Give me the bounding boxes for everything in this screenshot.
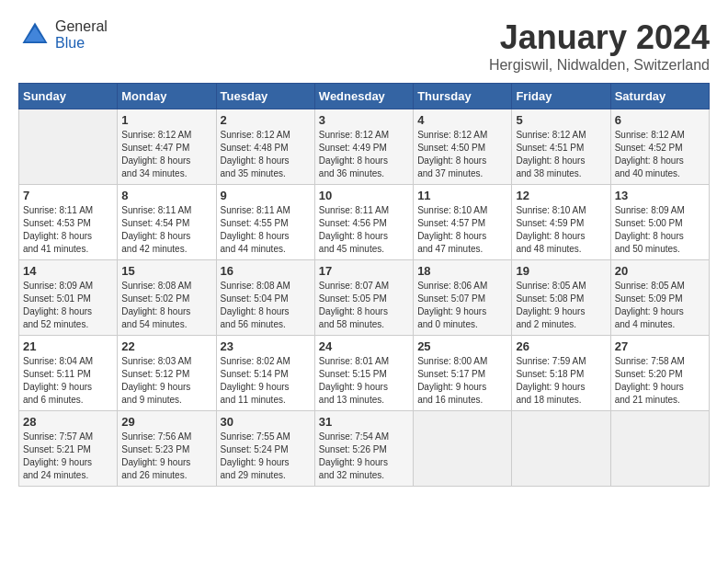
day-info: Sunrise: 8:11 AM Sunset: 4:55 PM Dayligh… — [221, 204, 311, 256]
day-number: 30 — [221, 415, 311, 429]
day-number: 25 — [417, 339, 507, 353]
calendar-cell: 23Sunrise: 8:02 AM Sunset: 5:14 PM Dayli… — [216, 336, 314, 411]
calendar-cell: 17Sunrise: 8:07 AM Sunset: 5:05 PM Dayli… — [314, 260, 413, 336]
day-number: 1 — [121, 113, 211, 127]
day-number: 3 — [319, 113, 409, 127]
header-row: SundayMondayTuesdayWednesdayThursdayFrid… — [19, 84, 710, 109]
calendar-week-row: 21Sunrise: 8:04 AM Sunset: 5:11 PM Dayli… — [19, 336, 710, 411]
logo-blue-text: Blue — [55, 35, 85, 51]
day-info: Sunrise: 7:55 AM Sunset: 5:24 PM Dayligh… — [221, 431, 311, 482]
day-info: Sunrise: 8:10 AM Sunset: 4:57 PM Dayligh… — [417, 204, 507, 256]
day-info: Sunrise: 8:12 AM Sunset: 4:51 PM Dayligh… — [516, 129, 606, 180]
location-text: Hergiswil, Nidwalden, Switzerland — [489, 57, 710, 74]
day-info: Sunrise: 8:08 AM Sunset: 5:02 PM Dayligh… — [121, 280, 211, 331]
calendar-week-row: 14Sunrise: 8:09 AM Sunset: 5:01 PM Dayli… — [19, 260, 710, 336]
calendar-cell: 15Sunrise: 8:08 AM Sunset: 5:02 PM Dayli… — [118, 260, 216, 336]
day-number: 27 — [615, 339, 705, 353]
day-info: Sunrise: 8:12 AM Sunset: 4:47 PM Dayligh… — [121, 129, 211, 180]
day-info: Sunrise: 8:03 AM Sunset: 5:12 PM Dayligh… — [121, 355, 211, 407]
calendar-cell — [610, 411, 709, 487]
day-info: Sunrise: 8:01 AM Sunset: 5:15 PM Dayligh… — [319, 355, 409, 407]
day-number: 11 — [417, 189, 507, 202]
calendar-cell: 30Sunrise: 7:55 AM Sunset: 5:24 PM Dayli… — [216, 411, 314, 487]
page-header: General Blue January 2024 Hergiswil, Nid… — [18, 18, 710, 74]
month-title: January 2024 — [489, 18, 710, 57]
calendar-cell: 7Sunrise: 8:11 AM Sunset: 4:53 PM Daylig… — [19, 185, 118, 260]
day-info: Sunrise: 7:54 AM Sunset: 5:26 PM Dayligh… — [319, 431, 409, 482]
calendar-cell: 29Sunrise: 7:56 AM Sunset: 5:23 PM Dayli… — [118, 411, 216, 487]
day-info: Sunrise: 8:10 AM Sunset: 4:59 PM Dayligh… — [516, 204, 606, 256]
day-number: 7 — [23, 189, 113, 202]
day-info: Sunrise: 8:05 AM Sunset: 5:08 PM Dayligh… — [516, 280, 606, 331]
day-info: Sunrise: 8:05 AM Sunset: 5:09 PM Dayligh… — [615, 280, 705, 331]
day-of-week-header: Friday — [512, 84, 610, 109]
day-number: 24 — [319, 339, 409, 353]
day-of-week-header: Tuesday — [216, 84, 314, 109]
day-info: Sunrise: 8:04 AM Sunset: 5:11 PM Dayligh… — [23, 355, 113, 407]
calendar-cell: 25Sunrise: 8:00 AM Sunset: 5:17 PM Dayli… — [414, 336, 512, 411]
day-number: 26 — [516, 339, 606, 353]
day-of-week-header: Saturday — [610, 84, 709, 109]
day-number: 8 — [121, 189, 211, 202]
calendar-cell: 13Sunrise: 8:09 AM Sunset: 5:00 PM Dayli… — [610, 185, 709, 260]
calendar-cell: 26Sunrise: 7:59 AM Sunset: 5:18 PM Dayli… — [512, 336, 610, 411]
calendar-cell: 18Sunrise: 8:06 AM Sunset: 5:07 PM Dayli… — [414, 260, 512, 336]
calendar-body: 1Sunrise: 8:12 AM Sunset: 4:47 PM Daylig… — [19, 109, 710, 487]
day-info: Sunrise: 8:12 AM Sunset: 4:48 PM Dayligh… — [221, 129, 311, 180]
calendar-cell: 14Sunrise: 8:09 AM Sunset: 5:01 PM Dayli… — [19, 260, 118, 336]
day-number: 28 — [23, 415, 113, 429]
calendar-cell — [19, 109, 118, 185]
day-info: Sunrise: 8:11 AM Sunset: 4:54 PM Dayligh… — [121, 204, 211, 256]
calendar-cell: 9Sunrise: 8:11 AM Sunset: 4:55 PM Daylig… — [216, 185, 314, 260]
calendar-cell: 27Sunrise: 7:58 AM Sunset: 5:20 PM Dayli… — [610, 336, 709, 411]
day-info: Sunrise: 8:12 AM Sunset: 4:52 PM Dayligh… — [615, 129, 705, 180]
day-of-week-header: Sunday — [19, 84, 118, 109]
logo-icon — [18, 18, 51, 52]
calendar-cell: 3Sunrise: 8:12 AM Sunset: 4:49 PM Daylig… — [314, 109, 413, 185]
day-info: Sunrise: 8:07 AM Sunset: 5:05 PM Dayligh… — [319, 280, 409, 331]
calendar-cell: 31Sunrise: 7:54 AM Sunset: 5:26 PM Dayli… — [314, 411, 413, 487]
day-number: 31 — [319, 415, 409, 429]
day-number: 22 — [121, 339, 211, 353]
calendar-cell — [512, 411, 610, 487]
day-number: 19 — [516, 264, 606, 278]
calendar-cell — [414, 411, 512, 487]
day-number: 13 — [615, 189, 705, 202]
calendar-cell: 21Sunrise: 8:04 AM Sunset: 5:11 PM Dayli… — [19, 336, 118, 411]
calendar-cell: 4Sunrise: 8:12 AM Sunset: 4:50 PM Daylig… — [414, 109, 512, 185]
calendar-cell: 10Sunrise: 8:11 AM Sunset: 4:56 PM Dayli… — [314, 185, 413, 260]
day-info: Sunrise: 7:59 AM Sunset: 5:18 PM Dayligh… — [516, 355, 606, 407]
logo-general-text: General — [55, 18, 108, 34]
calendar-cell: 28Sunrise: 7:57 AM Sunset: 5:21 PM Dayli… — [19, 411, 118, 487]
day-number: 14 — [23, 264, 113, 278]
day-of-week-header: Thursday — [414, 84, 512, 109]
calendar-cell: 2Sunrise: 8:12 AM Sunset: 4:48 PM Daylig… — [216, 109, 314, 185]
day-number: 6 — [615, 113, 705, 127]
day-info: Sunrise: 8:09 AM Sunset: 5:00 PM Dayligh… — [615, 204, 705, 256]
day-info: Sunrise: 8:11 AM Sunset: 4:56 PM Dayligh… — [319, 204, 409, 256]
calendar-cell: 20Sunrise: 8:05 AM Sunset: 5:09 PM Dayli… — [610, 260, 709, 336]
calendar-week-row: 7Sunrise: 8:11 AM Sunset: 4:53 PM Daylig… — [19, 185, 710, 260]
calendar-week-row: 1Sunrise: 8:12 AM Sunset: 4:47 PM Daylig… — [19, 109, 710, 185]
day-number: 4 — [417, 113, 507, 127]
day-number: 5 — [516, 113, 606, 127]
day-info: Sunrise: 7:58 AM Sunset: 5:20 PM Dayligh… — [615, 355, 705, 407]
calendar-week-row: 28Sunrise: 7:57 AM Sunset: 5:21 PM Dayli… — [19, 411, 710, 487]
day-info: Sunrise: 8:09 AM Sunset: 5:01 PM Dayligh… — [23, 280, 113, 331]
day-number: 16 — [221, 264, 311, 278]
calendar-cell: 1Sunrise: 8:12 AM Sunset: 4:47 PM Daylig… — [118, 109, 216, 185]
day-number: 23 — [221, 339, 311, 353]
day-of-week-header: Wednesday — [314, 84, 413, 109]
calendar-cell: 12Sunrise: 8:10 AM Sunset: 4:59 PM Dayli… — [512, 185, 610, 260]
day-info: Sunrise: 8:08 AM Sunset: 5:04 PM Dayligh… — [221, 280, 311, 331]
day-number: 18 — [417, 264, 507, 278]
calendar-cell: 16Sunrise: 8:08 AM Sunset: 5:04 PM Dayli… — [216, 260, 314, 336]
day-info: Sunrise: 8:12 AM Sunset: 4:50 PM Dayligh… — [417, 129, 507, 180]
day-number: 12 — [516, 189, 606, 202]
day-number: 20 — [615, 264, 705, 278]
day-number: 15 — [121, 264, 211, 278]
calendar-cell: 5Sunrise: 8:12 AM Sunset: 4:51 PM Daylig… — [512, 109, 610, 185]
day-info: Sunrise: 8:12 AM Sunset: 4:49 PM Dayligh… — [319, 129, 409, 180]
day-number: 21 — [23, 339, 113, 353]
day-info: Sunrise: 8:00 AM Sunset: 5:17 PM Dayligh… — [417, 355, 507, 407]
